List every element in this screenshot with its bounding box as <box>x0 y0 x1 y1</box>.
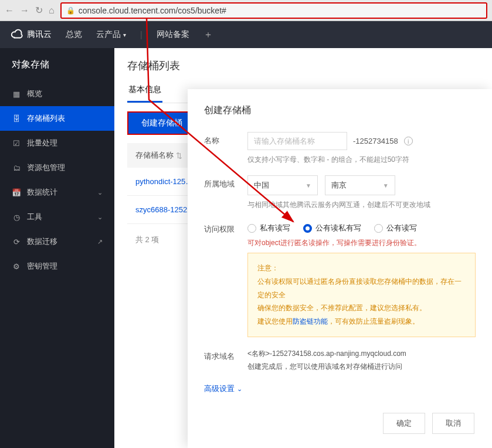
advanced-toggle[interactable]: 高级设置 ⌄ <box>204 383 476 394</box>
antileech-link[interactable]: 防盗链功能 <box>293 317 328 325</box>
access-hint: 可对object进行匿名读操作，写操作需要进行身份验证。 <box>247 238 476 248</box>
stats-icon: 📅 <box>12 188 21 197</box>
name-label: 名称 <box>204 132 247 165</box>
brand-text: 腾讯云 <box>27 29 52 40</box>
url-text: console.cloud.tencent.com/cos5/bucket# <box>79 6 226 15</box>
package-icon: 🗂 <box>12 164 21 172</box>
back-icon[interactable]: ← <box>5 5 14 16</box>
sidebar-item-migrate[interactable]: ⟳数据迁移↗ <box>0 229 114 254</box>
region-label: 所属地域 <box>204 175 247 210</box>
info-icon[interactable]: i <box>404 137 413 145</box>
browser-chrome: ← → ↻ ⌂ 🔒 console.cloud.tencent.com/cos5… <box>0 0 492 21</box>
ok-button[interactable]: 确定 <box>383 413 425 434</box>
page-title: 存储桶列表 <box>127 59 479 73</box>
bucket-icon: 🗄 <box>12 114 21 123</box>
external-icon: ↗ <box>97 238 103 246</box>
chevron-down-icon: ⌄ <box>237 385 242 393</box>
lock-icon: 🔒 <box>66 6 75 15</box>
sidebar-item-stats[interactable]: 📅数据统计⌄ <box>0 180 114 205</box>
radio-public-read-private-write[interactable]: 公有读私有写 <box>303 223 361 233</box>
tab-basic[interactable]: 基本信息 <box>127 84 162 103</box>
nav-beian[interactable]: 网站备案 <box>157 29 189 40</box>
top-nav: 腾讯云 总览 云产品 ▾ | 网站备案 ＋ <box>0 21 492 48</box>
batch-icon: ☑ <box>12 139 21 148</box>
key-icon: ⚙ <box>12 262 21 271</box>
sidebar-item-keys[interactable]: ⚙密钥管理 <box>0 254 114 279</box>
create-bucket-modal: 创建存储桶 名称 -1252734158 i 仅支持小写字母、数字和 - 的组合… <box>188 89 492 448</box>
home-icon[interactable]: ⌂ <box>49 5 55 16</box>
sidebar-item-overview[interactable]: ▦概览 <box>0 82 114 106</box>
sidebar-title: 对象存储 <box>0 48 114 82</box>
domain-text: <名称>-1252734158.cos.ap-nanjing.myqcloud.… <box>247 348 476 361</box>
nav-overview[interactable]: 总览 <box>66 29 82 40</box>
chevron-down-icon: ⌄ <box>97 213 103 221</box>
nav-products[interactable]: 云产品 ▾ <box>96 29 126 40</box>
sidebar-item-batch[interactable]: ☑批量处理 <box>0 131 114 155</box>
caret-down-icon: ▼ <box>306 182 311 189</box>
address-bar[interactable]: 🔒 console.cloud.tencent.com/cos5/bucket# <box>60 2 487 19</box>
sidebar-item-tools[interactable]: ◷工具⌄ <box>0 205 114 229</box>
migrate-icon: ⟳ <box>12 237 21 246</box>
radio-public-rw[interactable]: 公有读写 <box>374 223 417 233</box>
bucket-name-input[interactable] <box>247 132 347 150</box>
cloud-logo-icon <box>11 28 23 41</box>
divider: | <box>140 30 142 39</box>
notice-box: 注意： 公有读权限可以通过匿名身份直接读取您存储桶中的数据，存在一定的安全 确保… <box>247 253 476 337</box>
plus-icon[interactable]: ＋ <box>203 29 213 41</box>
cancel-button[interactable]: 取消 <box>432 413 474 434</box>
sidebar-item-packages[interactable]: 🗂资源包管理 <box>0 155 114 180</box>
radio-icon <box>303 224 312 233</box>
brand[interactable]: 腾讯云 <box>11 28 52 41</box>
access-label: 访问权限 <box>204 220 247 337</box>
bucket-name-suffix: -1252734158 <box>353 137 398 145</box>
create-bucket-button[interactable]: 创建存储桶 <box>128 113 195 134</box>
radio-private[interactable]: 私有读写 <box>247 223 290 233</box>
sidebar: 对象存储 ▦概览 🗄存储桶列表 ☑批量处理 🗂资源包管理 📅数据统计⌄ ◷工具⌄… <box>0 48 114 448</box>
name-hint: 仅支持小写字母、数字和 - 的组合，不能超过50字符 <box>247 155 476 165</box>
forward-icon[interactable]: → <box>20 5 29 16</box>
radio-icon <box>374 224 383 233</box>
region-hint: 与相同地域其他腾讯云服务内网互通，创建后不可更改地域 <box>247 200 476 210</box>
domain-label: 请求域名 <box>204 348 247 373</box>
country-select[interactable]: 中国▼ <box>247 175 318 195</box>
caret-down-icon: ▼ <box>383 182 389 189</box>
tool-icon: ◷ <box>12 213 21 222</box>
radio-icon <box>247 224 256 233</box>
city-select[interactable]: 南京▼ <box>325 175 395 195</box>
reload-icon[interactable]: ↻ <box>35 5 43 16</box>
chevron-down-icon: ⌄ <box>97 189 103 196</box>
grid-icon: ▦ <box>12 90 21 99</box>
modal-title: 创建存储桶 <box>204 104 476 117</box>
sidebar-item-buckets[interactable]: 🗄存储桶列表 <box>0 106 114 131</box>
domain-hint: 创建完成后，您可以使用该域名对存储桶进行访问 <box>247 361 476 374</box>
